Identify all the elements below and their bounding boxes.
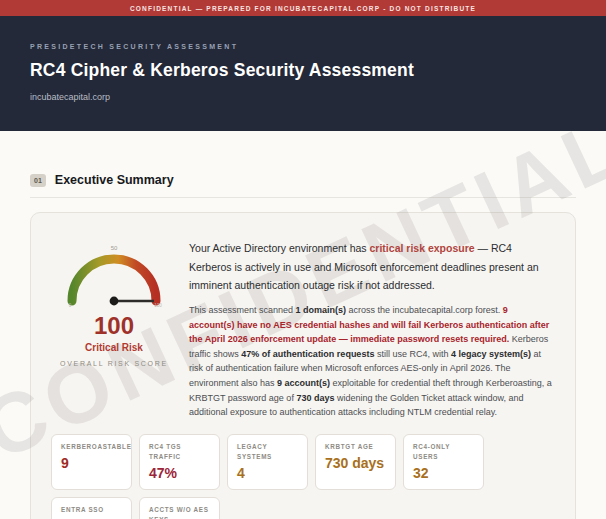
report-subtitle: incubatecapital.corp — [30, 92, 576, 102]
report-header: PRESIDETECH SECURITY ASSESSMENT RC4 Ciph… — [0, 16, 606, 131]
executive-summary-card: 50 0 100 100 Critical Risk OVERALL RISK … — [30, 212, 576, 519]
metric-tile: RC4-ONLY USERS 32 — [403, 434, 484, 490]
confidential-banner: CONFIDENTIAL — PREPARED FOR INCUBATECAPI… — [0, 0, 606, 16]
metric-label: ENTRA SSO — [61, 505, 122, 515]
metric-label: ACCTS W/O AES KEYS — [149, 505, 210, 519]
section-number-badge: 01 — [30, 174, 46, 187]
metric-label: RC4 TGS TRAFFIC — [149, 442, 210, 462]
page-title: RC4 Cipher & Kerberos Security Assessmen… — [30, 60, 576, 81]
metric-tiles-row: KERBEROASTABLE 9 RC4 TGS TRAFFIC 47% LEG… — [51, 434, 555, 519]
risk-gauge-chart: 50 0 100 — [56, 241, 172, 307]
summary-text-block: Your Active Directory environment has cr… — [189, 233, 555, 420]
risk-gauge-block: 50 0 100 100 Critical Risk OVERALL RISK … — [51, 233, 177, 420]
metric-label: LEGACY SYSTEMS — [237, 442, 298, 462]
metric-tile: ENTRA SSO AES — [51, 497, 132, 519]
metric-tile: KRBTGT AGE 730 days — [315, 434, 396, 490]
gauge-needle-hub — [110, 297, 119, 306]
metric-value: 730 days — [325, 455, 386, 471]
main-content: 01 Executive Summary — [0, 173, 606, 519]
risk-level-label: Critical Risk — [51, 342, 177, 353]
metric-tile: LEGACY SYSTEMS 4 — [227, 434, 308, 490]
metric-value: 4 — [237, 465, 298, 481]
report-eyebrow: PRESIDETECH SECURITY ASSESSMENT — [30, 43, 576, 50]
section-header: 01 Executive Summary — [30, 173, 576, 187]
metric-tile: RC4 TGS TRAFFIC 47% — [139, 434, 220, 490]
section-title: Executive Summary — [55, 173, 174, 187]
metric-value: 9 — [61, 455, 122, 471]
metric-value: 47% — [149, 465, 210, 481]
metric-label: RC4-ONLY USERS — [413, 442, 474, 462]
gauge-tick-max: 100 — [154, 303, 162, 307]
risk-score-caption: OVERALL RISK SCORE — [51, 360, 177, 367]
confidential-banner-text: CONFIDENTIAL — PREPARED FOR INCUBATECAPI… — [130, 5, 476, 12]
metric-value: 32 — [413, 465, 474, 481]
metric-label: KERBEROASTABLE — [61, 442, 122, 452]
gauge-arc — [72, 259, 156, 301]
overall-risk-score-value: 100 — [51, 312, 177, 340]
section-divider — [30, 197, 576, 198]
gauge-tick-mid: 50 — [111, 245, 118, 251]
summary-lead-paragraph: Your Active Directory environment has cr… — [189, 239, 555, 295]
summary-detail-paragraph: This assessment scanned 1 domain(s) acro… — [189, 303, 555, 420]
metric-tile: ACCTS W/O AES KEYS 9 — [139, 497, 220, 519]
metric-tile: KERBEROASTABLE 9 — [51, 434, 132, 490]
metric-label: KRBTGT AGE — [325, 442, 386, 452]
